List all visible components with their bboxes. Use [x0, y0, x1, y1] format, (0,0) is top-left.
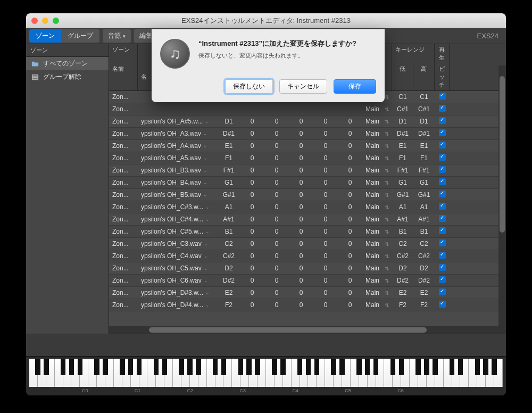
cell-file[interactable]: ypsilon's OH_B4.wav⌄: [138, 179, 218, 186]
cell-note[interactable]: E1: [218, 142, 240, 150]
checkbox-checked-icon[interactable]: [439, 264, 446, 271]
cell-high[interactable]: F#1: [413, 167, 435, 174]
col-group-play[interactable]: 再生: [435, 44, 450, 63]
table-row[interactable]: Zon...ypsilon's OH_C5.wav⌄D200000Main⇅D2…: [109, 262, 506, 275]
cell-low[interactable]: D#2: [392, 277, 413, 284]
col-high[interactable]: 高: [413, 63, 435, 90]
table-row[interactable]: Zon...ypsilon's OH_C3.wav⌄C200000Main⇅C2…: [109, 238, 506, 250]
cell-play[interactable]: [435, 288, 450, 297]
cell-val[interactable]: 0: [240, 118, 264, 125]
checkbox-checked-icon[interactable]: [439, 276, 446, 283]
table-row[interactable]: Zon...ypsilon's OH_A4.wav⌄E100000Main⇅E1…: [109, 140, 506, 152]
table-row[interactable]: Zon...ypsilon's OH_A5.wav⌄F100000Main⇅F1…: [109, 152, 506, 164]
black-key[interactable]: [306, 359, 311, 375]
black-key[interactable]: [297, 359, 303, 375]
black-key[interactable]: [137, 359, 142, 375]
col-name[interactable]: 名前: [109, 63, 138, 90]
cell-val[interactable]: 0: [264, 142, 289, 150]
cell-low[interactable]: C1: [392, 93, 413, 101]
source-menu[interactable]: 音源▾: [103, 29, 131, 43]
cell-val[interactable]: 0: [289, 154, 313, 162]
cell-val[interactable]: 0: [313, 240, 338, 247]
cell-play[interactable]: [435, 301, 450, 309]
cell-play[interactable]: [435, 203, 450, 211]
checkbox-checked-icon[interactable]: [439, 215, 446, 222]
cell-val[interactable]: 0: [313, 118, 338, 125]
cell-low[interactable]: D#1: [392, 130, 413, 137]
black-key[interactable]: [238, 359, 244, 375]
cell-val[interactable]: 0: [264, 289, 289, 296]
cell-output[interactable]: Main⇅: [362, 301, 392, 309]
cell-output[interactable]: Main⇅: [362, 203, 392, 211]
cell-val[interactable]: 0: [289, 130, 313, 137]
cell-output[interactable]: Main⇅: [362, 277, 392, 284]
stepper-icon[interactable]: ⇅: [385, 266, 389, 271]
table-row[interactable]: Zon...ypsilon's OH_C6.wav⌄D#200000Main⇅D…: [109, 275, 506, 287]
cell-val[interactable]: 0: [313, 130, 338, 137]
cell-val[interactable]: 0: [313, 179, 338, 186]
black-key[interactable]: [373, 359, 379, 375]
cell-file[interactable]: ypsilon's OH_C#3.w...⌄: [138, 203, 218, 211]
cell-val[interactable]: 0: [289, 142, 313, 150]
cell-val[interactable]: 0: [289, 277, 313, 284]
black-key[interactable]: [246, 359, 252, 375]
cell-val[interactable]: 0: [289, 216, 313, 223]
table-row[interactable]: Zon...ypsilon's OH_C#3.w...⌄A100000Main⇅…: [109, 201, 506, 213]
stepper-icon[interactable]: ⇅: [385, 302, 389, 308]
black-key[interactable]: [120, 359, 125, 375]
cell-val[interactable]: 0: [338, 228, 362, 235]
stepper-icon[interactable]: ⇅: [385, 106, 389, 112]
cell-high[interactable]: G1: [413, 179, 435, 186]
cell-play[interactable]: [435, 154, 450, 162]
cell-val[interactable]: 0: [313, 216, 338, 223]
cancel-button[interactable]: キャンセル: [279, 79, 327, 94]
cell-high[interactable]: D#1: [413, 130, 435, 137]
cell-val[interactable]: 0: [313, 228, 338, 235]
cell-val[interactable]: 0: [289, 252, 313, 260]
cell-output[interactable]: Main⇅: [362, 142, 392, 150]
cell-file[interactable]: ypsilon's OH_A4.wav⌄: [138, 142, 218, 150]
cell-file[interactable]: ypsilon's OH_B5.wav⌄: [138, 191, 218, 199]
table-row[interactable]: Zon...ypsilon's OH_B5.wav⌄G#100000Main⇅G…: [109, 189, 506, 201]
stepper-icon[interactable]: ⇅: [385, 241, 389, 247]
cell-val[interactable]: 0: [240, 277, 264, 284]
cell-val[interactable]: 0: [240, 216, 264, 223]
checkbox-checked-icon[interactable]: [439, 93, 446, 100]
table-row[interactable]: Zon...Main⇅C#1C#1: [109, 103, 506, 115]
cell-val[interactable]: 0: [240, 167, 264, 174]
cell-file[interactable]: ypsilon's OH_C3.wav⌄: [138, 240, 218, 247]
cell-note[interactable]: E2: [218, 289, 240, 296]
cell-file[interactable]: ypsilon's OH_C#4.w...⌄: [138, 216, 218, 223]
black-key[interactable]: [221, 359, 227, 375]
black-key[interactable]: [187, 359, 193, 375]
table-row[interactable]: Zon...ypsilon's OH_B3.wav⌄F#100000Main⇅F…: [109, 164, 506, 177]
cell-output[interactable]: Main⇅: [362, 228, 392, 235]
black-key[interactable]: [450, 359, 455, 375]
cell-output[interactable]: Main⇅: [362, 154, 392, 162]
cell-note[interactable]: A1: [218, 203, 240, 211]
cell-val[interactable]: 0: [240, 142, 264, 150]
cell-val[interactable]: 0: [264, 154, 289, 162]
black-key[interactable]: [162, 359, 168, 375]
checkbox-checked-icon[interactable]: [439, 142, 446, 148]
checkbox-checked-icon[interactable]: [439, 117, 446, 124]
tab-group[interactable]: グループ: [61, 29, 99, 43]
cell-high[interactable]: B1: [413, 228, 435, 235]
cell-val[interactable]: 0: [338, 203, 362, 211]
cell-high[interactable]: C#2: [413, 252, 435, 260]
table-row[interactable]: Zon...ypsilon's OH_C4.wav⌄C#200000Main⇅C…: [109, 250, 506, 262]
cell-file[interactable]: ypsilon's OH_D#4.w...⌄: [138, 301, 218, 309]
cell-val[interactable]: 0: [338, 301, 362, 309]
cell-val[interactable]: 0: [264, 203, 289, 211]
cell-file[interactable]: ypsilon's OH_A#5.w...⌄: [138, 118, 218, 125]
cell-output[interactable]: Main⇅: [362, 118, 392, 125]
zone-strip[interactable]: [26, 334, 506, 356]
cell-val[interactable]: 0: [313, 289, 338, 296]
cell-high[interactable]: F2: [413, 301, 435, 309]
cell-val[interactable]: 0: [240, 179, 264, 186]
checkbox-checked-icon[interactable]: [439, 178, 446, 185]
horizontal-scrollbar[interactable]: [109, 326, 506, 334]
cell-val[interactable]: 0: [264, 252, 289, 260]
cell-play[interactable]: [435, 227, 450, 236]
cell-output[interactable]: Main⇅: [362, 191, 392, 199]
